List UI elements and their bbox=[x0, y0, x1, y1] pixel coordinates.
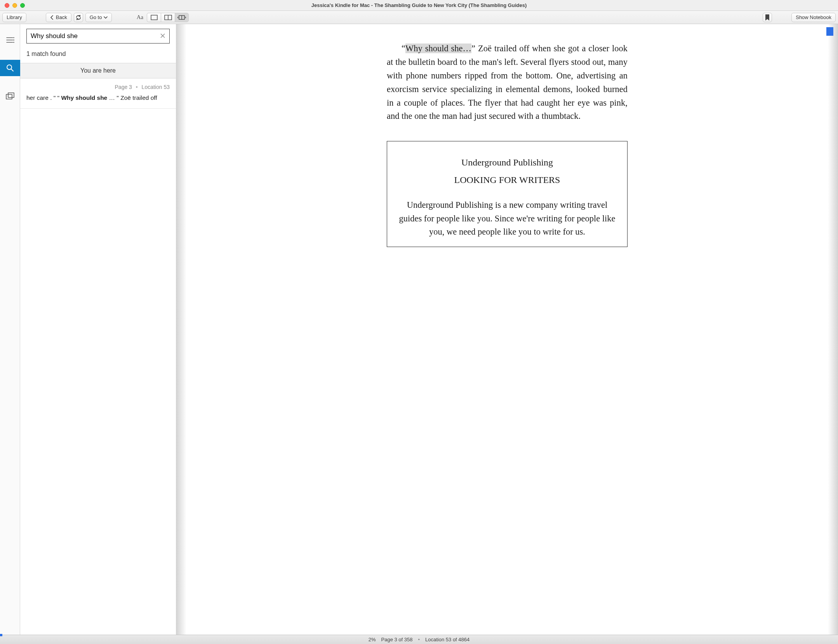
svg-point-8 bbox=[14, 40, 14, 40]
search-tab-button[interactable] bbox=[0, 60, 20, 76]
body-paragraph: “Why should she…” Zoë trailed off when s… bbox=[387, 42, 628, 123]
svg-rect-13 bbox=[6, 94, 12, 99]
single-column-button[interactable] bbox=[147, 13, 161, 22]
result-page: Page 3 bbox=[115, 84, 132, 90]
meta-separator: • bbox=[136, 84, 138, 90]
match-count: 1 match found bbox=[20, 48, 176, 63]
single-column-icon bbox=[151, 15, 158, 20]
result-location: Location 53 bbox=[142, 84, 170, 90]
search-icon bbox=[6, 64, 14, 72]
svg-point-6 bbox=[14, 38, 14, 38]
font-icon: Aa bbox=[137, 14, 144, 21]
progress-indicator bbox=[0, 634, 2, 636]
flyer-box: Underground Publishing LOOKING FOR WRITE… bbox=[387, 141, 628, 247]
status-location: Location 53 of 4864 bbox=[425, 637, 469, 642]
chevron-down-icon bbox=[104, 16, 108, 19]
sync-button[interactable] bbox=[74, 13, 83, 22]
minimize-window-button[interactable] bbox=[12, 3, 17, 8]
result-meta: Page 3 • Location 53 bbox=[26, 84, 170, 90]
page-gutter-right bbox=[828, 24, 838, 635]
two-column-icon bbox=[164, 15, 172, 20]
status-bar: 2% Page 3 of 358 • Location 53 of 4864 bbox=[0, 635, 838, 644]
bookmark-icon bbox=[765, 14, 770, 21]
chevron-left-icon bbox=[50, 15, 54, 20]
flyer-body: Underground Publishing is a new company … bbox=[396, 198, 618, 239]
svg-point-11 bbox=[7, 65, 12, 70]
titlebar: Jessica's Kindle for Mac - The Shambling… bbox=[0, 0, 838, 11]
zoom-window-button[interactable] bbox=[20, 3, 25, 8]
you-are-here-header: You are here bbox=[20, 63, 176, 78]
auto-column-button[interactable] bbox=[175, 13, 189, 22]
search-result[interactable]: Page 3 • Location 53 her care . " " Why … bbox=[20, 78, 176, 109]
library-label: Library bbox=[7, 14, 22, 20]
flyer-heading-1: Underground Publishing bbox=[396, 155, 618, 170]
snippet-post: … " Zoë trailed off bbox=[107, 94, 157, 101]
flyer-heading-2: LOOKING FOR WRITERS bbox=[396, 173, 618, 187]
font-options-button[interactable]: Aa bbox=[135, 13, 144, 22]
toc-button[interactable] bbox=[0, 32, 20, 48]
flashcards-button[interactable] bbox=[0, 88, 20, 104]
search-input[interactable] bbox=[31, 32, 157, 40]
reader-page: “Why should she…” Zoë trailed off when s… bbox=[383, 24, 631, 635]
back-button[interactable]: Back bbox=[46, 13, 71, 22]
paragraph-rest: ” Zoë trailed off when she got a closer … bbox=[387, 44, 628, 121]
search-box bbox=[26, 29, 170, 44]
goto-button[interactable]: Go to bbox=[85, 13, 112, 22]
svg-point-10 bbox=[14, 42, 14, 43]
back-label: Back bbox=[56, 14, 67, 20]
page-gutter-left bbox=[176, 24, 186, 635]
library-button[interactable]: Library bbox=[2, 13, 26, 22]
refresh-icon bbox=[75, 14, 82, 21]
goto-label: Go to bbox=[90, 14, 102, 20]
show-notebook-button[interactable]: Show Notebook bbox=[791, 13, 836, 22]
svg-line-12 bbox=[11, 69, 13, 71]
close-window-button[interactable] bbox=[5, 3, 9, 8]
close-icon bbox=[160, 33, 165, 38]
left-rail bbox=[0, 24, 20, 635]
status-separator: • bbox=[418, 637, 420, 642]
toc-icon bbox=[6, 37, 14, 44]
quote-open: “ bbox=[402, 44, 405, 53]
search-highlight: Why should she… bbox=[405, 44, 471, 53]
snippet-pre: her care . " " bbox=[26, 94, 61, 101]
bookmark-button[interactable] bbox=[763, 13, 772, 22]
status-percent: 2% bbox=[369, 637, 376, 642]
toolbar: Library Back Go to Aa bbox=[0, 11, 838, 24]
search-panel: 1 match found You are here Page 3 • Loca… bbox=[20, 24, 176, 635]
window-title: Jessica's Kindle for Mac - The Shambling… bbox=[0, 2, 838, 8]
snippet-match: Why should she bbox=[61, 94, 107, 101]
window-controls bbox=[0, 3, 25, 8]
cards-icon bbox=[6, 92, 14, 99]
result-snippet: her care . " " Why should she … " Zoë tr… bbox=[26, 94, 170, 102]
status-page: Page 3 of 358 bbox=[381, 637, 413, 642]
clear-search-button[interactable] bbox=[160, 32, 165, 40]
sync-indicator bbox=[826, 27, 833, 36]
main-area: 1 match found You are here Page 3 • Loca… bbox=[0, 24, 838, 635]
svg-rect-14 bbox=[8, 93, 14, 97]
show-notebook-label: Show Notebook bbox=[796, 14, 831, 20]
auto-column-icon bbox=[177, 15, 186, 20]
svg-rect-0 bbox=[151, 15, 157, 20]
reader: “Why should she…” Zoë trailed off when s… bbox=[176, 24, 838, 635]
two-column-button[interactable] bbox=[161, 13, 175, 22]
view-mode-toggle bbox=[147, 13, 189, 22]
